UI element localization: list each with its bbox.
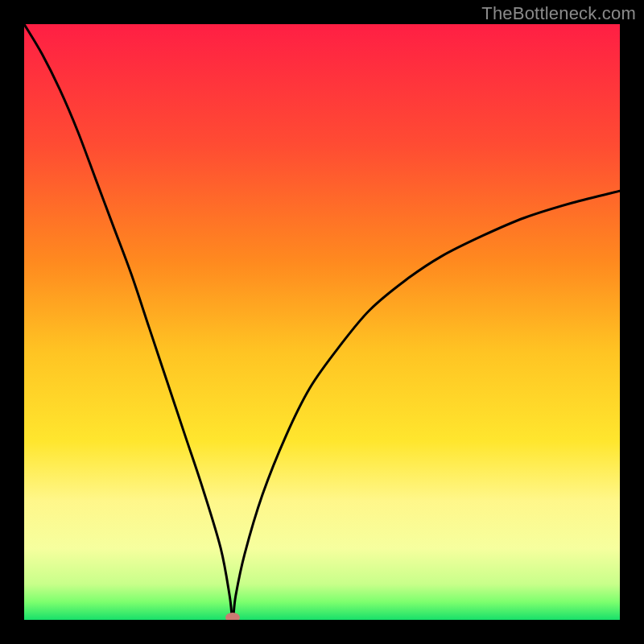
watermark-label: TheBottleneck.com — [481, 3, 636, 24]
plot-background — [24, 24, 620, 620]
plot-area — [24, 24, 620, 620]
chart-svg — [24, 24, 620, 620]
chart-frame: TheBottleneck.com — [0, 0, 644, 644]
